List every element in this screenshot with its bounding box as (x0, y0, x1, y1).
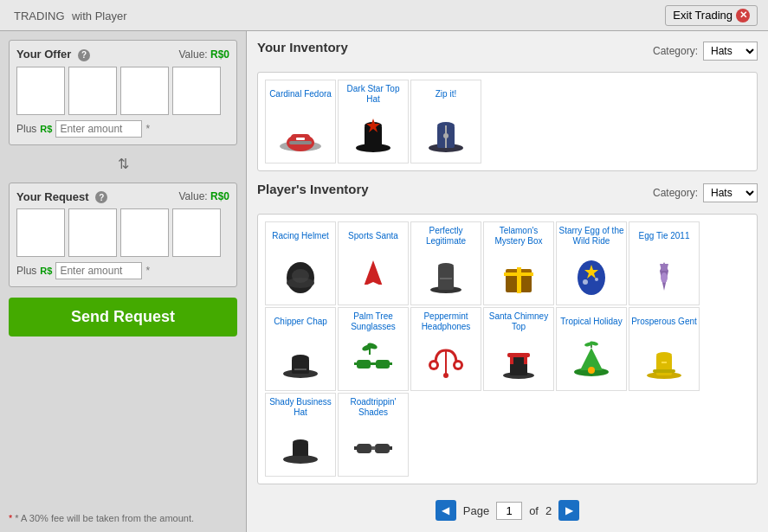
item-image (274, 249, 326, 301)
svg-rect-26 (517, 267, 521, 293)
send-request-button[interactable]: Send Request (9, 298, 237, 337)
svg-rect-23 (440, 278, 452, 279)
request-help-icon[interactable]: ? (95, 191, 107, 203)
your-request-section: Your Request ? Value: R$0 Plus R$ * (9, 183, 237, 288)
svg-rect-68 (662, 362, 667, 363)
item-name: Shady Business Hat (268, 397, 333, 418)
svg-rect-72 (289, 456, 312, 459)
with-player-label: with Player (72, 10, 127, 22)
player-inventory-category-select[interactable]: Hats Gear Faces (703, 183, 758, 202)
item-image (420, 249, 472, 301)
item-image (565, 249, 617, 301)
svg-rect-40 (376, 360, 390, 369)
exit-trading-label: Exit Trading (673, 9, 733, 22)
request-plus-label: Plus (16, 265, 36, 277)
svg-point-49 (431, 362, 436, 368)
request-slot-2[interactable] (68, 208, 117, 257)
page-input[interactable] (496, 502, 522, 520)
item-name: Starry Egg of the Wild Ride (558, 226, 624, 247)
exit-x-icon: ✕ (736, 9, 750, 22)
offer-amount-input[interactable] (55, 120, 142, 138)
list-item[interactable]: Starry Egg of the Wild Ride (556, 221, 627, 305)
offer-help-icon[interactable]: ? (78, 49, 90, 61)
player-inventory-grid: Racing Helmet Sports Santa (265, 221, 750, 477)
swap-arrows-icon: ⇅ (118, 156, 129, 172)
list-item[interactable]: Dark Star Top Hat (338, 80, 409, 163)
svg-rect-56 (510, 357, 513, 364)
exit-trading-button[interactable]: Exit Trading ✕ (665, 5, 758, 26)
list-item[interactable]: Santa Chimney Top (483, 307, 554, 391)
offer-slot-3[interactable] (120, 67, 169, 115)
page-title: TRADING with Player (10, 8, 127, 22)
list-item[interactable]: Egg Tie 2011 (629, 221, 700, 305)
list-item[interactable]: Chipper Chap (265, 307, 336, 391)
item-image (493, 335, 545, 387)
list-item[interactable]: Peppermint Headphones (410, 307, 481, 391)
list-item[interactable]: Prosperous Gent (629, 307, 700, 391)
request-value-amount: R$0 (210, 190, 229, 202)
item-name: Peppermint Headphones (413, 311, 479, 332)
offer-slot-4[interactable] (172, 67, 221, 115)
request-slot-4[interactable] (172, 208, 221, 257)
item-name: Sports Santa (348, 226, 398, 247)
svg-rect-55 (507, 353, 530, 357)
item-name: Santa Chimney Top (486, 311, 552, 332)
player-inventory-header-row: Player's Inventory Category: Hats Gear F… (257, 182, 758, 203)
your-inventory-header-row: Your Inventory Category: Hats Gear Faces (257, 40, 758, 61)
trading-label: TRADING (14, 10, 65, 22)
prev-page-button[interactable]: ◀ (436, 500, 456, 521)
list-item[interactable]: Palm Tree Sunglasses (338, 307, 409, 391)
svg-rect-38 (294, 369, 307, 370)
svg-point-66 (656, 352, 672, 357)
svg-point-50 (455, 362, 461, 368)
request-asterisk: * (145, 265, 150, 277)
list-item[interactable]: Racing Helmet (265, 221, 336, 305)
item-image (493, 249, 545, 301)
list-item[interactable]: Roadtrippin' Shades (338, 393, 409, 477)
your-inventory-grid: Cardinal Fedora Dark Star Top Hat (265, 80, 750, 163)
list-item[interactable]: Sports Santa (338, 221, 409, 305)
offer-plus-label: Plus (16, 123, 36, 135)
player-inventory-section: Racing Helmet Sports Santa (257, 214, 758, 484)
list-item[interactable]: Shady Business Hat (265, 393, 336, 477)
item-image (274, 335, 326, 387)
request-slots (16, 208, 229, 257)
item-name: Zip it! (436, 84, 456, 105)
your-inventory-category-select[interactable]: Hats Gear Faces (703, 42, 758, 61)
item-name: Perfectly Legitimate (413, 226, 479, 247)
next-page-button[interactable]: ▶ (558, 500, 579, 521)
item-image (347, 335, 399, 387)
list-item[interactable]: Tropical Holiday (556, 307, 627, 391)
request-slot-3[interactable] (120, 208, 169, 257)
svg-rect-43 (389, 362, 392, 365)
request-title: Your Request ? (16, 190, 107, 204)
list-item[interactable]: Zip it! (410, 80, 481, 163)
request-slot-1[interactable] (16, 208, 65, 257)
fee-note: * * A 30% fee will be taken from the amo… (9, 513, 237, 523)
item-name: Racing Helmet (272, 226, 329, 247)
list-item[interactable]: Cardinal Fedora (265, 80, 336, 163)
divider: ⇅ (9, 152, 237, 176)
svg-point-30 (583, 279, 588, 285)
request-amount-input[interactable] (55, 262, 142, 279)
svg-point-34 (661, 272, 668, 283)
list-item[interactable]: Telamon's Mystery Box (483, 221, 554, 305)
item-image (420, 335, 472, 387)
svg-rect-3 (289, 141, 312, 144)
list-item[interactable]: Perfectly Legitimate (410, 221, 481, 305)
offer-title: Your Offer ? (16, 48, 90, 61)
offer-slot-1[interactable] (16, 67, 65, 115)
svg-rect-79 (375, 444, 390, 453)
page-label: Page (463, 504, 489, 517)
player-inventory-title: Player's Inventory (257, 182, 369, 196)
svg-rect-18 (362, 285, 384, 289)
item-image (274, 107, 326, 159)
offer-asterisk: * (145, 123, 150, 135)
your-inventory-section: Cardinal Fedora Dark Star Top Hat (257, 72, 758, 171)
offer-slots (16, 67, 229, 115)
svg-rect-57 (524, 357, 527, 364)
offer-slot-2[interactable] (68, 67, 117, 115)
item-name: Tropical Holiday (560, 311, 622, 332)
item-image (347, 107, 399, 159)
main-layout: Your Offer ? Value: R$0 Plus R$ * (0, 31, 768, 532)
